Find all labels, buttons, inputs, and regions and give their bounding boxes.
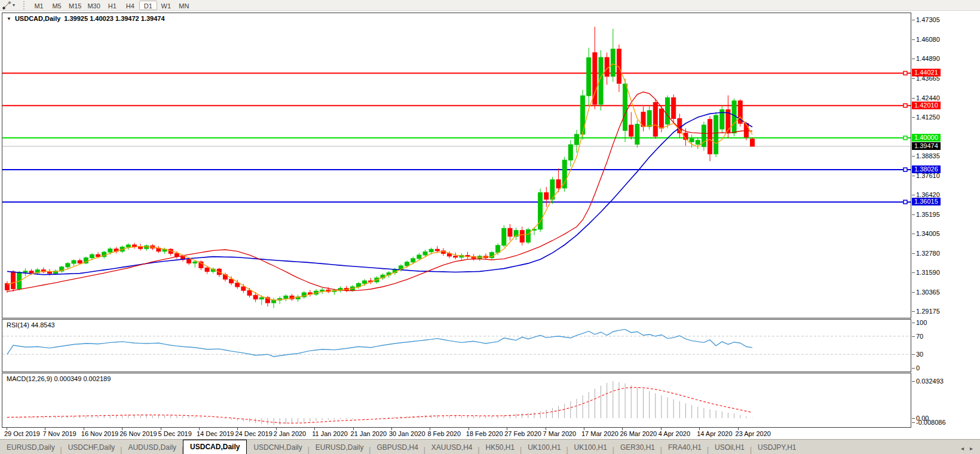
macd-chart-canvas: [2, 373, 911, 427]
tab-usdcad-daily[interactable]: USDCAD,Daily: [183, 440, 247, 454]
price-tick-label: 1.34005: [916, 230, 940, 237]
line-studies-tool-button[interactable]: ▾: [0, 0, 17, 11]
rsi-chart-canvas: [2, 320, 911, 372]
date-label: 14 Apr 2020: [697, 430, 732, 437]
date-axis: 29 Oct 20197 Nov 201916 Nov 201926 Nov 2…: [2, 428, 911, 439]
timeframe-button-m1[interactable]: M1: [30, 1, 48, 10]
date-label: 23 Apr 2020: [736, 430, 771, 437]
rsi-panel: RSI(14) 44.8543: [2, 319, 911, 372]
timeframe-button-mn[interactable]: MN: [175, 1, 193, 10]
macd-tick-label: 0.032493: [916, 378, 944, 385]
tab-hk50-h1[interactable]: HK50,H1|: [479, 441, 522, 454]
tab-scroll-left-icon[interactable]: ◂: [961, 445, 964, 452]
price-tick-label: 1.42440: [916, 94, 940, 102]
date-label: 30 Jan 2020: [389, 430, 425, 437]
hline-price-label: 1.36015: [912, 198, 941, 205]
chart-symbol-period: USDCAD,Daily: [15, 15, 60, 22]
timeframe-button-h1[interactable]: H1: [103, 1, 121, 10]
macd-tick-label: -0.008086: [916, 419, 946, 426]
date-label: 5 Dec 2019: [158, 430, 192, 437]
macd-panel: MACD(12,26,9) 0.000349 0.002189: [2, 373, 911, 428]
chevron-down-icon[interactable]: ▾: [13, 2, 15, 8]
date-label: 7 Mar 2020: [543, 430, 577, 437]
hline-price-label: 1.40000: [912, 134, 941, 142]
chart-tab-bar: EURUSD,Daily|USDCHF,Daily|AUDUSD,Daily|U…: [0, 439, 980, 454]
timeframe-button-m15[interactable]: M15: [66, 1, 84, 10]
timeframe-button-d1[interactable]: D1: [139, 1, 157, 10]
price-axis: 1.473051.460801.448901.436651.424401.412…: [911, 13, 980, 428]
tab-fra40-h1[interactable]: FRA40,H1|: [662, 441, 708, 454]
timeframe-button-group: M1M5M15M30H1H4D1W1MN: [30, 1, 193, 10]
top-toolbar: ▾ M1M5M15M30H1H4D1W1MN: [0, 0, 980, 11]
date-label: 16 Nov 2019: [81, 430, 118, 437]
timeframe-button-h4[interactable]: H4: [121, 1, 139, 10]
rsi-tick-label: 30: [916, 351, 923, 358]
price-tick-label: 1.35195: [916, 211, 940, 218]
tab-usoil-h1[interactable]: USOil,H1|: [708, 441, 751, 454]
date-label: 26 Nov 2019: [120, 430, 157, 437]
timeframe-button-m30[interactable]: M30: [84, 1, 103, 10]
price-tick-label: 1.32780: [916, 250, 940, 257]
tab-uk100-h1[interactable]: UK100,H1|: [568, 441, 614, 454]
toolbar-grip-handle[interactable]: [23, 1, 26, 10]
hline-price-label: 1.44021: [912, 69, 941, 76]
current-price-label: 1.39474: [912, 142, 941, 150]
date-label: 29 Oct 2019: [4, 430, 40, 437]
date-label: 14 Dec 2019: [197, 430, 234, 437]
tab-xauusd-h4[interactable]: XAUUSD,H4|: [425, 441, 479, 454]
date-label: 18 Feb 2020: [466, 430, 503, 437]
tab-uk100-h1[interactable]: UK100,H1|: [521, 441, 567, 454]
macd-label: MACD(12,26,9) 0.000349 0.002189: [7, 375, 111, 382]
chart-dropdown-icon[interactable]: ▼: [7, 16, 11, 22]
date-label: 26 Mar 2020: [620, 430, 657, 437]
tab-usdchf-daily[interactable]: USDCHF,Daily|: [62, 441, 122, 454]
price-tick-label: 1.38835: [916, 152, 940, 159]
price-tick-label: 1.41250: [916, 114, 940, 121]
chart-tabs: EURUSD,Daily|USDCHF,Daily|AUDUSD,Daily|U…: [0, 440, 803, 454]
hline-price-label: 1.38026: [912, 165, 941, 173]
tab-usdjpy-h1[interactable]: USDJPY,H1: [751, 441, 803, 454]
date-label: 24 Dec 2019: [235, 430, 272, 437]
date-label: 11 Jan 2020: [312, 430, 348, 437]
price-tick-label: 1.30365: [916, 289, 940, 296]
tab-usdcnh-daily[interactable]: USDCNH,Daily|: [247, 441, 308, 454]
tab-scroll-right-icon[interactable]: ▸: [970, 445, 973, 452]
tab-eurusd-daily[interactable]: EURUSD,Daily|: [0, 441, 62, 454]
rsi-tick-label: 100: [916, 319, 927, 326]
date-label: 7 Nov 2019: [42, 430, 76, 437]
timeframe-button-w1[interactable]: W1: [157, 1, 175, 10]
date-label: 4 Apr 2020: [659, 430, 690, 437]
chart-ohlc-values: 1.39925 1.40023 1.39472 1.39474: [64, 15, 164, 22]
price-tick-label: 1.37610: [916, 172, 940, 179]
line-studies-icon: [2, 1, 11, 10]
price-tick-label: 1.47305: [916, 16, 940, 23]
price-tick-label: 1.29175: [916, 308, 940, 315]
price-tick-label: 1.44890: [916, 55, 940, 62]
rsi-tick-label: 70: [916, 333, 923, 340]
date-label: 17 Mar 2020: [581, 430, 618, 437]
price-tick-label: 1.31590: [916, 269, 940, 276]
tab-audusd-daily[interactable]: AUDUSD,Daily|: [121, 441, 183, 454]
date-label: 2 Jan 2020: [274, 430, 306, 437]
tab-scroll-buttons: ◂ ▸: [961, 445, 980, 454]
chart-title: ▼ USDCAD,Daily 1.39925 1.40023 1.39472 1…: [7, 15, 165, 22]
date-label: 8 Feb 2020: [427, 430, 461, 437]
hline-price-label: 1.42010: [912, 102, 941, 109]
timeframe-button-m5[interactable]: M5: [48, 1, 66, 10]
tab-eurusd-daily[interactable]: EURUSD,Daily|: [309, 441, 370, 454]
rsi-label: RSI(14) 44.8543: [7, 321, 55, 329]
candlestick-chart-canvas: [2, 13, 911, 318]
main-chart-panel: ▼ USDCAD,Daily 1.39925 1.40023 1.39472 1…: [2, 13, 911, 318]
date-label: 21 Jan 2020: [351, 430, 387, 437]
date-label: 27 Feb 2020: [504, 430, 541, 437]
tab-gbpusd-h4[interactable]: GBPUSD,H4|: [370, 441, 424, 454]
price-tick-label: 1.46080: [916, 36, 940, 43]
rsi-tick-label: 0: [916, 364, 920, 372]
tab-ger30-h1[interactable]: GER30,H1|: [614, 441, 662, 454]
